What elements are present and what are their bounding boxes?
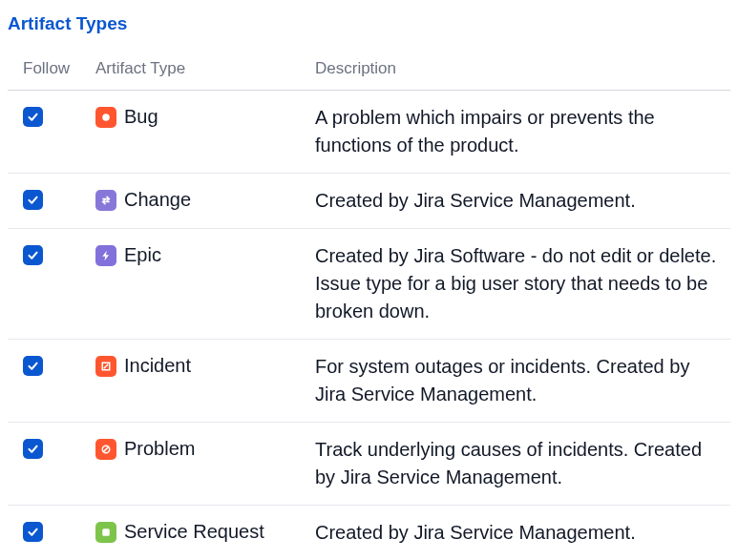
- artifact-type-name: Service Request: [124, 519, 264, 545]
- artifact-description: Created by Jira Service Management.: [315, 522, 636, 543]
- table-row: ChangeCreated by Jira Service Management…: [8, 174, 730, 229]
- svg-line-2: [104, 364, 109, 369]
- artifact-description: A problem which impairs or prevents the …: [315, 107, 655, 156]
- svg-rect-5: [102, 529, 110, 536]
- service-request-icon: [95, 522, 116, 543]
- artifact-type-name: Bug: [124, 104, 158, 130]
- page-title: Artifact Types: [8, 13, 730, 34]
- table-row: Service RequestCreated by Jira Service M…: [8, 506, 730, 561]
- bug-icon: [95, 107, 116, 128]
- artifact-description: For system outages or incidents. Created…: [315, 356, 689, 404]
- artifact-type-name: Incident: [124, 353, 191, 379]
- artifact-type-name: Change: [124, 187, 191, 213]
- follow-checkbox[interactable]: [23, 190, 43, 210]
- table-row: EpicCreated by Jira Software - do not ed…: [8, 229, 730, 340]
- epic-icon: [95, 245, 116, 266]
- change-icon: [95, 190, 116, 211]
- table-row: ProblemTrack underlying causes of incide…: [8, 423, 730, 506]
- column-header-description: Description: [304, 52, 730, 91]
- problem-icon: [95, 439, 116, 460]
- follow-checkbox[interactable]: [23, 107, 43, 127]
- incident-icon: [95, 356, 116, 377]
- column-header-follow: Follow: [8, 52, 84, 91]
- follow-checkbox[interactable]: [23, 439, 43, 459]
- table-row: BugA problem which impairs or prevents t…: [8, 91, 730, 174]
- artifact-description: Created by Jira Software - do not edit o…: [315, 245, 716, 321]
- artifact-description: Created by Jira Service Management.: [315, 190, 636, 211]
- artifact-description: Track underlying causes of incidents. Cr…: [315, 439, 702, 487]
- artifact-types-table: Follow Artifact Type Description BugA pr…: [8, 52, 730, 560]
- svg-point-0: [102, 114, 110, 121]
- table-row: IncidentFor system outages or incidents.…: [8, 340, 730, 423]
- column-header-artifact-type: Artifact Type: [84, 52, 304, 91]
- follow-checkbox[interactable]: [23, 522, 43, 542]
- artifact-type-name: Problem: [124, 436, 195, 462]
- artifact-type-name: Epic: [124, 242, 161, 268]
- svg-line-4: [103, 446, 108, 451]
- follow-checkbox[interactable]: [23, 356, 43, 376]
- follow-checkbox[interactable]: [23, 245, 43, 265]
